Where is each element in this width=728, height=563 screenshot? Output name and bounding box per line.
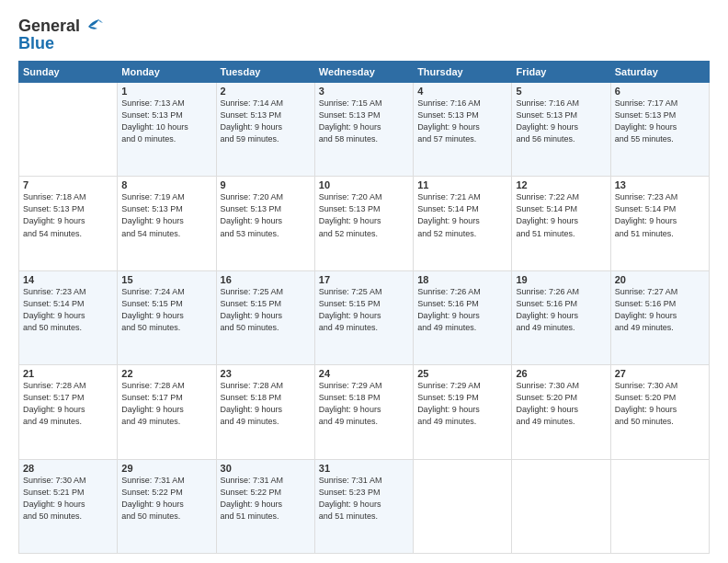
calendar-cell: 12Sunrise: 7:22 AM Sunset: 5:14 PM Dayli… (512, 177, 610, 270)
calendar-cell: 22Sunrise: 7:28 AM Sunset: 5:17 PM Dayli… (118, 365, 216, 459)
logo-general-text: General (18, 17, 80, 36)
logo-bird-icon (83, 19, 103, 34)
calendar-week-row: 14Sunrise: 7:23 AM Sunset: 5:14 PM Dayli… (19, 270, 710, 364)
day-info: Sunrise: 7:20 AM Sunset: 5:13 PM Dayligh… (221, 191, 311, 239)
calendar-cell: 27Sunrise: 7:30 AM Sunset: 5:20 PM Dayli… (610, 365, 709, 459)
calendar-cell: 2Sunrise: 7:14 AM Sunset: 5:13 PM Daylig… (216, 83, 314, 177)
weekday-header-tuesday: Tuesday (216, 62, 314, 83)
day-number: 23 (221, 368, 311, 379)
day-info: Sunrise: 7:27 AM Sunset: 5:16 PM Dayligh… (615, 286, 705, 334)
calendar-cell: 17Sunrise: 7:25 AM Sunset: 5:15 PM Dayli… (314, 270, 413, 364)
page: General Blue SundayMondayTuesdayWednesda… (0, 0, 728, 563)
day-info: Sunrise: 7:25 AM Sunset: 5:15 PM Dayligh… (319, 286, 409, 334)
calendar-cell: 15Sunrise: 7:24 AM Sunset: 5:15 PM Dayli… (118, 270, 216, 364)
day-info: Sunrise: 7:15 AM Sunset: 5:13 PM Dayligh… (319, 98, 409, 145)
weekday-header-sunday: Sunday (19, 62, 118, 83)
day-number: 30 (221, 463, 311, 474)
day-info: Sunrise: 7:31 AM Sunset: 5:23 PM Dayligh… (319, 475, 409, 523)
day-number: 12 (516, 179, 606, 190)
calendar-cell: 9Sunrise: 7:20 AM Sunset: 5:13 PM Daylig… (216, 177, 314, 270)
calendar-cell: 11Sunrise: 7:21 AM Sunset: 5:14 PM Dayli… (414, 177, 512, 270)
calendar-cell: 10Sunrise: 7:20 AM Sunset: 5:13 PM Dayli… (314, 177, 413, 270)
day-number: 31 (319, 463, 409, 474)
calendar-cell: 24Sunrise: 7:29 AM Sunset: 5:18 PM Dayli… (314, 365, 413, 459)
weekday-header-saturday: Saturday (610, 62, 709, 83)
day-number: 16 (221, 274, 311, 285)
day-info: Sunrise: 7:22 AM Sunset: 5:14 PM Dayligh… (516, 191, 606, 239)
calendar-cell: 31Sunrise: 7:31 AM Sunset: 5:23 PM Dayli… (314, 459, 413, 553)
calendar-cell: 26Sunrise: 7:30 AM Sunset: 5:20 PM Dayli… (512, 365, 610, 459)
calendar-cell (19, 83, 118, 177)
day-number: 28 (23, 463, 113, 474)
calendar-cell: 8Sunrise: 7:19 AM Sunset: 5:13 PM Daylig… (118, 177, 216, 270)
calendar-cell: 1Sunrise: 7:13 AM Sunset: 5:13 PM Daylig… (118, 83, 216, 177)
calendar-week-row: 1Sunrise: 7:13 AM Sunset: 5:13 PM Daylig… (19, 83, 710, 177)
calendar-cell (610, 459, 709, 553)
calendar-cell: 30Sunrise: 7:31 AM Sunset: 5:22 PM Dayli… (216, 459, 314, 553)
calendar-cell: 25Sunrise: 7:29 AM Sunset: 5:19 PM Dayli… (414, 365, 512, 459)
day-number: 7 (23, 179, 113, 190)
day-number: 9 (221, 179, 311, 190)
day-info: Sunrise: 7:29 AM Sunset: 5:19 PM Dayligh… (417, 380, 507, 428)
day-info: Sunrise: 7:30 AM Sunset: 5:21 PM Dayligh… (23, 475, 113, 523)
day-info: Sunrise: 7:30 AM Sunset: 5:20 PM Dayligh… (516, 380, 606, 428)
day-info: Sunrise: 7:26 AM Sunset: 5:16 PM Dayligh… (516, 286, 606, 334)
day-number: 17 (319, 274, 409, 285)
calendar-cell (512, 459, 610, 553)
day-info: Sunrise: 7:28 AM Sunset: 5:17 PM Dayligh… (23, 380, 113, 428)
day-number: 27 (615, 368, 705, 379)
day-info: Sunrise: 7:20 AM Sunset: 5:13 PM Dayligh… (319, 191, 409, 239)
day-number: 3 (319, 86, 409, 97)
day-info: Sunrise: 7:29 AM Sunset: 5:18 PM Dayligh… (319, 380, 409, 428)
day-number: 19 (516, 274, 606, 285)
weekday-header-wednesday: Wednesday (314, 62, 413, 83)
calendar-cell: 19Sunrise: 7:26 AM Sunset: 5:16 PM Dayli… (512, 270, 610, 364)
weekday-header-monday: Monday (118, 62, 216, 83)
weekday-header-thursday: Thursday (414, 62, 512, 83)
day-number: 29 (121, 463, 211, 474)
calendar-cell: 18Sunrise: 7:26 AM Sunset: 5:16 PM Dayli… (414, 270, 512, 364)
calendar-cell: 13Sunrise: 7:23 AM Sunset: 5:14 PM Dayli… (610, 177, 709, 270)
day-info: Sunrise: 7:25 AM Sunset: 5:15 PM Dayligh… (221, 286, 311, 334)
weekday-header-friday: Friday (512, 62, 610, 83)
calendar-cell: 29Sunrise: 7:31 AM Sunset: 5:22 PM Dayli… (118, 459, 216, 553)
day-number: 13 (615, 179, 705, 190)
logo-blue-text: Blue (18, 34, 54, 53)
day-number: 10 (319, 179, 409, 190)
calendar-cell: 3Sunrise: 7:15 AM Sunset: 5:13 PM Daylig… (314, 83, 413, 177)
day-number: 1 (121, 86, 211, 97)
day-number: 24 (319, 368, 409, 379)
day-info: Sunrise: 7:18 AM Sunset: 5:13 PM Dayligh… (23, 191, 113, 239)
day-number: 2 (221, 86, 311, 97)
day-number: 20 (615, 274, 705, 285)
day-number: 18 (417, 274, 507, 285)
calendar-cell: 28Sunrise: 7:30 AM Sunset: 5:21 PM Dayli… (19, 459, 118, 553)
calendar-week-row: 28Sunrise: 7:30 AM Sunset: 5:21 PM Dayli… (19, 459, 710, 553)
day-number: 21 (23, 368, 113, 379)
day-number: 25 (417, 368, 507, 379)
day-number: 26 (516, 368, 606, 379)
day-number: 5 (516, 86, 606, 97)
calendar-cell: 4Sunrise: 7:16 AM Sunset: 5:13 PM Daylig… (414, 83, 512, 177)
day-info: Sunrise: 7:31 AM Sunset: 5:22 PM Dayligh… (121, 475, 211, 523)
day-info: Sunrise: 7:16 AM Sunset: 5:13 PM Dayligh… (417, 98, 507, 145)
day-info: Sunrise: 7:30 AM Sunset: 5:20 PM Dayligh… (615, 380, 705, 428)
calendar-cell: 6Sunrise: 7:17 AM Sunset: 5:13 PM Daylig… (610, 83, 709, 177)
calendar-week-row: 21Sunrise: 7:28 AM Sunset: 5:17 PM Dayli… (19, 365, 710, 459)
calendar-table: SundayMondayTuesdayWednesdayThursdayFrid… (18, 61, 710, 554)
calendar-cell (414, 459, 512, 553)
day-number: 15 (121, 274, 211, 285)
day-number: 14 (23, 274, 113, 285)
logo: General Blue (18, 17, 103, 53)
day-info: Sunrise: 7:28 AM Sunset: 5:18 PM Dayligh… (221, 380, 311, 428)
day-info: Sunrise: 7:24 AM Sunset: 5:15 PM Dayligh… (121, 286, 211, 334)
calendar-cell: 23Sunrise: 7:28 AM Sunset: 5:18 PM Dayli… (216, 365, 314, 459)
day-number: 6 (615, 86, 705, 97)
calendar-cell: 21Sunrise: 7:28 AM Sunset: 5:17 PM Dayli… (19, 365, 118, 459)
calendar-cell: 20Sunrise: 7:27 AM Sunset: 5:16 PM Dayli… (610, 270, 709, 364)
day-info: Sunrise: 7:31 AM Sunset: 5:22 PM Dayligh… (221, 475, 311, 523)
calendar-cell: 14Sunrise: 7:23 AM Sunset: 5:14 PM Dayli… (19, 270, 118, 364)
calendar-cell: 7Sunrise: 7:18 AM Sunset: 5:13 PM Daylig… (19, 177, 118, 270)
day-info: Sunrise: 7:17 AM Sunset: 5:13 PM Dayligh… (615, 98, 705, 145)
day-info: Sunrise: 7:26 AM Sunset: 5:16 PM Dayligh… (417, 286, 507, 334)
